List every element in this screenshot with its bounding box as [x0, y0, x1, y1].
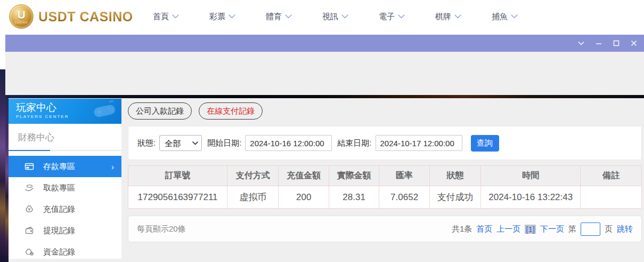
cell-order-no: 1729056163977211 — [128, 186, 227, 209]
maximize-icon — [613, 40, 620, 46]
page-jump-input[interactable] — [581, 223, 600, 236]
nav-item-boardgames[interactable]: 棋牌 — [435, 12, 461, 22]
start-date-input[interactable] — [245, 135, 332, 151]
logo-letter: U — [17, 10, 25, 20]
section-divider — [9, 150, 121, 151]
sidebar-item-label: 存款專區 — [43, 162, 75, 172]
sidebar-item-label: 資金記錄 — [43, 247, 75, 257]
pagination-next-link[interactable]: 下一页 — [540, 224, 564, 234]
table-row: 1729056163977211 虚拟币 200 28.31 7.0652 支付… — [128, 186, 642, 209]
sidebar-item-withdrawal-records[interactable]: 提現記錄 — [9, 220, 121, 241]
nav-item-lottery[interactable]: 彩票 — [209, 12, 235, 22]
brand-logo[interactable]: U CASINO USDT CASINO — [9, 4, 133, 29]
bank-card-icon — [25, 162, 34, 171]
window-close-button[interactable] — [626, 35, 641, 52]
nav-item-sports[interactable]: 體育 — [266, 12, 292, 22]
cell-remark — [581, 186, 642, 209]
minimize-icon — [595, 40, 602, 46]
chevron-down-icon — [172, 14, 179, 19]
end-date-label: 結束日期: — [337, 138, 371, 148]
col-header-rate: 匯率 — [379, 166, 429, 186]
pagination-bar: 每頁顯示20條 共1条 首页 上一页 [1] 下一页 第 页 跳转 — [128, 216, 642, 242]
pagination-first-link[interactable]: 首页 — [476, 224, 492, 234]
start-date-label: 開始日期: — [207, 138, 241, 148]
divider-rest — [50, 150, 121, 151]
col-header-order-no: 訂單號 — [128, 166, 227, 186]
coin-logo-icon: U CASINO — [9, 4, 34, 29]
tab-company-deposit-records[interactable]: 公司入款記錄 — [128, 102, 192, 120]
cell-pay-method: 虚拟币 — [227, 186, 279, 209]
col-header-actual-amount: 實際金額 — [329, 166, 379, 186]
cell-recharge-amount: 200 — [279, 186, 329, 209]
nav-item-video[interactable]: 視訊 — [322, 12, 348, 22]
money-bag-icon — [25, 204, 34, 214]
chevron-down-icon — [577, 40, 585, 46]
page-size-text: 每頁顯示20條 — [137, 224, 186, 234]
top-navbar: U CASINO USDT CASINO 首頁 彩票 體育 視訊 — [0, 0, 644, 33]
tab-online-payment-records[interactable]: 在線支付記錄 — [199, 102, 263, 120]
chevron-down-icon — [285, 14, 292, 19]
pager: 共1条 首页 上一页 [1] 下一页 第 页 跳转 — [452, 223, 633, 236]
sidebar-item-deposit-zone[interactable]: 存款專區 › — [9, 156, 121, 177]
window-maximize-button[interactable] — [609, 35, 623, 52]
window-titlebar — [5, 35, 644, 52]
col-header-recharge-amount: 充值金額 — [279, 166, 329, 186]
sidebar-item-recharge-records[interactable]: 充值記錄 — [9, 199, 121, 220]
nav-label: 視訊 — [322, 12, 338, 22]
chevron-down-icon — [398, 14, 405, 19]
sidebar: 玩家中心 PLAYERS CENTER 財務中心 — [9, 99, 121, 259]
col-header-time: 時間 — [481, 166, 581, 186]
main-content: 公司入款記錄 在線支付記錄 狀態: 全部 開始日期: 結束日期: 查 — [128, 98, 642, 259]
chevron-down-icon — [341, 14, 348, 19]
pagination-current-page: [1] — [525, 225, 536, 234]
record-tabs: 公司入款記錄 在線支付記錄 — [128, 102, 642, 120]
sidebar-item-withdraw-zone[interactable]: 取款專區 — [9, 177, 121, 199]
cell-time: 2024-10-16 13:22:43 — [481, 186, 581, 209]
logo-subtext: CASINO — [14, 21, 28, 24]
divider-accent — [9, 150, 50, 151]
jump-suffix-label: 页 — [605, 224, 613, 234]
status-label: 狀態: — [137, 138, 156, 148]
coin-bag-icon — [25, 247, 34, 257]
search-button[interactable]: 查詢 — [471, 135, 499, 152]
hand-money-icon — [25, 183, 34, 193]
sidebar-item-label: 取款專區 — [43, 183, 75, 193]
page-background-art — [0, 69, 5, 262]
window-body: 玩家中心 PLAYERS CENTER 財務中心 — [5, 52, 644, 262]
chevron-down-icon — [454, 14, 461, 19]
player-center-window: 玩家中心 PLAYERS CENTER 財務中心 — [5, 35, 644, 262]
sidebar-menu: 存款專區 › 取款專區 充值記錄 提現記錄 — [9, 151, 121, 262]
nav-label: 電子 — [379, 12, 395, 22]
main-nav: 首頁 彩票 體育 視訊 電子 棋牌 — [153, 0, 518, 33]
cell-actual-amount: 28.31 — [329, 186, 379, 209]
sidebar-item-label: 提現記錄 — [43, 226, 75, 236]
wallet-icon — [25, 226, 34, 235]
chevron-right-icon: › — [111, 162, 114, 171]
casino-page: U CASINO USDT CASINO 首頁 彩票 體育 視訊 — [0, 0, 644, 262]
jump-prefix-label: 第 — [568, 224, 576, 234]
window-collapse-button[interactable] — [574, 35, 588, 52]
total-count-text: 共1条 — [452, 224, 472, 234]
sidebar-item-funds-records[interactable]: 資金記錄 — [9, 241, 121, 262]
col-header-status: 狀態 — [429, 166, 480, 186]
nav-label: 捕魚 — [492, 12, 508, 22]
chevron-down-icon — [511, 14, 518, 19]
cell-status: 支付成功 — [429, 186, 480, 209]
nav-label: 首頁 — [153, 12, 169, 22]
nav-item-home[interactable]: 首頁 — [153, 12, 179, 22]
nav-item-slots[interactable]: 電子 — [379, 12, 405, 22]
pagination-jump-link[interactable]: 跳转 — [617, 224, 633, 234]
end-date-input[interactable] — [376, 135, 462, 151]
window-minimize-button[interactable] — [591, 35, 606, 52]
pagination-prev-link[interactable]: 上一页 — [496, 224, 520, 234]
nav-label: 彩票 — [209, 12, 225, 22]
nav-item-fishing[interactable]: 捕魚 — [492, 12, 518, 22]
brand-name: USDT CASINO — [38, 9, 133, 25]
cell-rate: 7.0652 — [379, 186, 429, 209]
col-header-remark: 備註 — [581, 166, 642, 186]
nav-label: 棋牌 — [435, 12, 451, 22]
nav-label: 體育 — [266, 12, 282, 22]
status-select[interactable]: 全部 — [159, 135, 202, 151]
col-header-pay-method: 支付方式 — [227, 166, 279, 186]
status-select-wrap: 全部 — [159, 135, 202, 151]
